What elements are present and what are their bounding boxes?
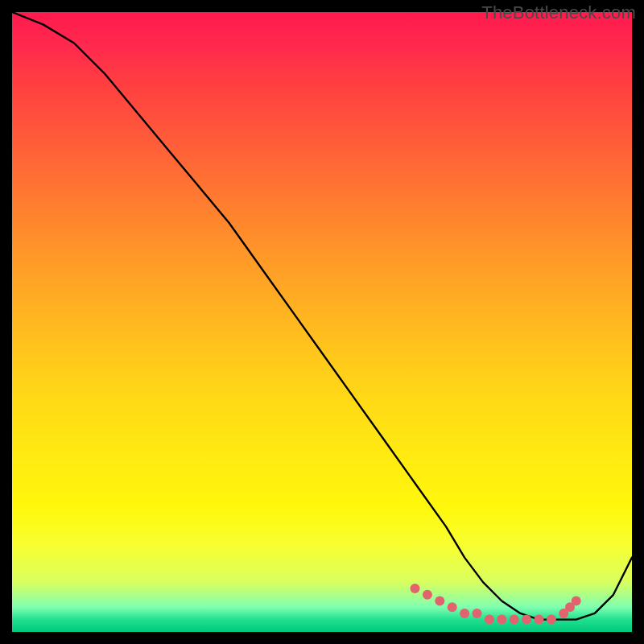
highlight-dot [435, 597, 444, 606]
highlight-dot [535, 615, 544, 625]
highlight-dot [510, 615, 519, 625]
chart-svg [12, 12, 632, 632]
bottleneck-curve [12, 12, 632, 620]
chart-plot-area [12, 12, 632, 632]
chart-stage: TheBottleneck.com [0, 0, 644, 644]
highlight-dot [460, 609, 469, 618]
highlight-dot [473, 609, 482, 618]
highlight-dot [485, 615, 494, 625]
highlight-dot [572, 597, 581, 606]
highlight-dots [411, 584, 581, 625]
highlight-dot [497, 615, 506, 625]
highlight-dot [423, 590, 432, 600]
highlight-dot [448, 602, 457, 612]
highlight-dot [411, 584, 420, 593]
highlight-dot [522, 615, 531, 625]
watermark-text: TheBottleneck.com [481, 2, 636, 23]
highlight-dot [547, 615, 556, 625]
